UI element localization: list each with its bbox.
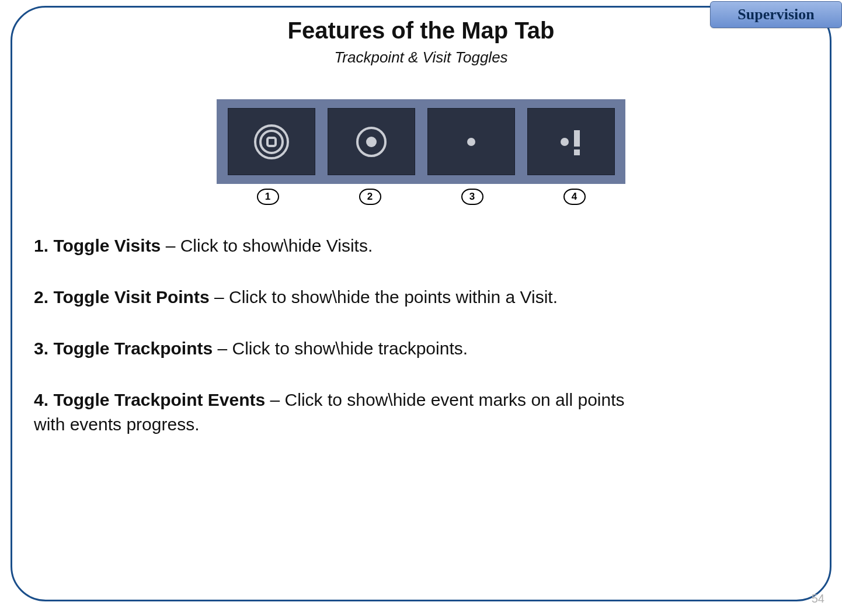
item-desc: – Click to show\hide Visits. <box>161 236 373 255</box>
item-name: Toggle Visit Points <box>53 287 209 307</box>
item-name: Toggle Trackpoints <box>53 339 213 358</box>
toolbar-figure: 1 2 3 4 <box>217 99 625 205</box>
toggle-toolbar <box>217 99 625 184</box>
list-item: 1. Toggle Visits – Click to show\hide Vi… <box>34 234 635 258</box>
svg-rect-7 <box>574 130 580 147</box>
item-desc: – Click to show\hide trackpoints. <box>213 339 468 358</box>
visits-icon <box>251 121 292 162</box>
trackpoint-events-icon <box>551 121 592 162</box>
svg-rect-8 <box>574 149 580 155</box>
item-desc: – Click to show\hide the points within a… <box>210 287 558 307</box>
list-item: 2. Toggle Visit Points – Click to show\h… <box>34 285 635 309</box>
item-number: 2. <box>34 287 48 307</box>
item-name: Toggle Trackpoint Events <box>53 390 265 409</box>
toolbar-labels: 1 2 3 4 <box>217 189 625 205</box>
trackpoints-icon <box>451 121 492 162</box>
item-number: 4. <box>34 390 48 409</box>
title-block: Features of the Map Tab Trackpoint & Vis… <box>0 18 842 67</box>
page-title: Features of the Map Tab <box>0 18 842 44</box>
callout-label-4: 4 <box>563 189 586 205</box>
svg-point-5 <box>467 138 475 146</box>
callout-label-3: 3 <box>461 189 483 205</box>
description-list: 1. Toggle Visits – Click to show\hide Vi… <box>34 234 635 464</box>
toggle-trackpoint-events-button[interactable] <box>527 108 615 175</box>
list-item: 3. Toggle Trackpoints – Click to show\hi… <box>34 336 635 361</box>
item-name: Toggle Visits <box>53 236 161 255</box>
toggle-trackpoints-button[interactable] <box>427 108 515 175</box>
toggle-visit-points-button[interactable] <box>328 108 415 175</box>
visit-points-icon <box>351 121 392 162</box>
page-subtitle: Trackpoint & Visit Toggles <box>0 48 842 67</box>
svg-rect-2 <box>267 138 276 146</box>
svg-point-6 <box>561 138 569 146</box>
toggle-visits-button[interactable] <box>228 108 315 175</box>
callout-label-1: 1 <box>257 189 279 205</box>
svg-point-1 <box>260 131 283 153</box>
svg-point-4 <box>366 137 377 147</box>
item-number: 3. <box>34 339 48 358</box>
item-number: 1. <box>34 236 48 255</box>
callout-label-2: 2 <box>359 189 381 205</box>
page-number: 54 <box>812 592 824 605</box>
list-item: 4. Toggle Trackpoint Events – Click to s… <box>34 388 635 437</box>
